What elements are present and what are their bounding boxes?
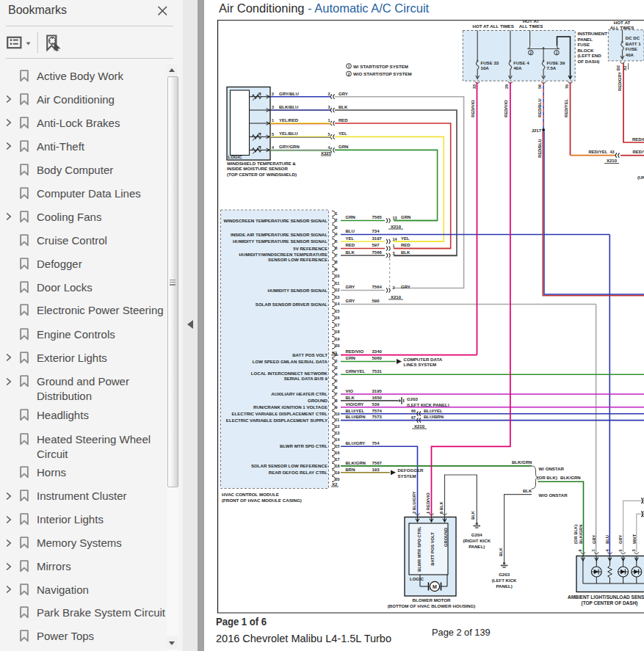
svg-text:HUMIDITY/WINDSCREEN TEMPERATUR: HUMIDITY/WINDSCREEN TEMPERATURE xyxy=(239,252,328,257)
svg-text:3195: 3195 xyxy=(372,389,383,393)
svg-text:LOGIC: LOGIC xyxy=(228,155,243,159)
svg-text:BLK: BLK xyxy=(346,250,355,255)
svg-text:BLK/GRN: BLK/GRN xyxy=(512,460,532,465)
svg-text:GRY/BLU: GRY/BLU xyxy=(279,92,299,96)
svg-text:14: 14 xyxy=(336,437,340,442)
svg-text:1: 1 xyxy=(556,51,558,55)
svg-text:BLU/GRY: BLU/GRY xyxy=(346,441,366,445)
svg-text:1: 1 xyxy=(328,118,330,123)
svg-text:16: 16 xyxy=(336,316,340,320)
svg-text:9: 9 xyxy=(336,267,338,272)
svg-text:WINDSHIELD TEMPERATURE &: WINDSHIELD TEMPERATURE & xyxy=(227,161,296,166)
svg-text:X210: X210 xyxy=(391,225,402,229)
svg-text:G203: G203 xyxy=(499,572,510,577)
svg-text:2 BLU/GRY: 2 BLU/GRY xyxy=(412,491,416,514)
svg-text:LINES SYSTEM: LINES SYSTEM xyxy=(404,362,437,367)
svg-text:2: 2 xyxy=(272,92,274,96)
svg-text:HUMIDITY TEMPERATURE SENSOR SI: HUMIDITY TEMPERATURE SENSOR SIGNAL xyxy=(233,239,328,244)
svg-text:33: 33 xyxy=(472,84,477,89)
svg-text:754: 754 xyxy=(372,441,380,445)
svg-text:3: 3 xyxy=(336,225,338,230)
svg-text:BLOWER MOTOR: BLOWER MOTOR xyxy=(412,597,451,603)
svg-text:13: 13 xyxy=(336,431,340,435)
svg-text:RED/BLU: RED/BLU xyxy=(538,139,542,158)
svg-text:W/ ONSTAR: W/ ONSTAR xyxy=(539,466,565,471)
svg-text:PANEL: PANEL xyxy=(578,37,593,42)
svg-text:1: 1 xyxy=(348,65,350,68)
svg-text:GRY: GRY xyxy=(401,285,410,289)
svg-text:X2: X2 xyxy=(332,482,338,487)
svg-text:FUSE: FUSE xyxy=(626,46,637,51)
svg-text:(LEFT END: (LEFT END xyxy=(578,53,602,58)
svg-text:2016 Chevrolet Malibu L4-1.5L: 2016 Chevrolet Malibu L4-1.5L Turbo xyxy=(216,633,391,644)
svg-text:BLK/GRN: BLK/GRN xyxy=(579,525,583,544)
svg-text:734: 734 xyxy=(372,229,380,233)
svg-text:4: 4 xyxy=(328,145,330,150)
svg-text:YEL/BLU: YEL/BLU xyxy=(279,131,298,136)
svg-text:GRY/GRN: GRY/GRN xyxy=(279,145,300,149)
svg-text:W/ START/STOP SYSTEM: W/ START/STOP SYSTEM xyxy=(353,64,408,69)
svg-text:FUSE 33: FUSE 33 xyxy=(481,60,499,65)
svg-text:RED/BLU: RED/BLU xyxy=(538,98,542,117)
svg-text:RED: RED xyxy=(339,118,348,123)
svg-text:Page 1 of 6: Page 1 of 6 xyxy=(216,616,267,628)
svg-text:4: 4 xyxy=(336,372,338,377)
svg-text:1: 1 xyxy=(393,244,395,248)
svg-text:INSIDE AIR TEMPERATURE SENSOR: INSIDE AIR TEMPERATURE SENSOR SIGNAL xyxy=(231,232,328,237)
svg-text:5: 5 xyxy=(272,132,274,137)
svg-text:RED/VIO: RED/VIO xyxy=(346,349,364,354)
svg-text:GRY: GRY xyxy=(339,92,348,96)
svg-text:7531: 7531 xyxy=(372,369,383,374)
svg-text:17: 17 xyxy=(336,323,340,327)
svg-text:3: 3 xyxy=(272,105,274,109)
svg-text:17: 17 xyxy=(336,457,340,462)
svg-text:X210: X210 xyxy=(414,424,425,429)
svg-text:ALL TIMES: ALL TIMES xyxy=(519,23,543,29)
svg-text:2: 2 xyxy=(336,218,338,222)
svg-text:1: 1 xyxy=(336,211,338,216)
svg-text:590: 590 xyxy=(372,299,380,303)
svg-text:9: 9 xyxy=(336,405,338,410)
svg-text:BLK: BLK xyxy=(471,510,475,520)
svg-text:SOLAR SENSOR LOW REFERENCE: SOLAR SENSOR LOW REFERENCE xyxy=(251,463,328,468)
svg-text:1 RED/VIO: 1 RED/VIO xyxy=(426,492,430,514)
svg-text:2: 2 xyxy=(328,92,330,96)
svg-text:10: 10 xyxy=(336,274,340,278)
svg-text:BLU: BLU xyxy=(346,229,355,233)
svg-text:WINDSCREEN TEMPERATURE SENSOR: WINDSCREEN TEMPERATURE SENSOR SIGNAL xyxy=(224,218,328,223)
svg-text:YEL: YEL xyxy=(346,236,355,241)
svg-text:19: 19 xyxy=(336,337,340,341)
svg-text:5: 5 xyxy=(328,132,330,137)
svg-text:67: 67 xyxy=(411,415,416,420)
svg-text:SENSOR LOW REFERENCE: SENSOR LOW REFERENCE xyxy=(268,257,328,262)
svg-text:RED/VIO: RED/VIO xyxy=(504,100,508,117)
svg-text:INSIDE MOISTURE SENSOR: INSIDE MOISTURE SENSOR xyxy=(227,166,288,171)
svg-text:BRN: BRN xyxy=(346,468,355,472)
svg-text:(RIGHT KICK: (RIGHT KICK xyxy=(463,538,491,543)
svg-text:GRY: GRY xyxy=(618,535,623,544)
svg-text:3: 3 xyxy=(336,365,338,370)
svg-text:56: 56 xyxy=(538,84,542,89)
svg-text:15: 15 xyxy=(336,309,340,313)
svg-text:BLU: BLU xyxy=(605,535,609,544)
svg-text:76: 76 xyxy=(565,84,569,89)
svg-text:BATT 1: BATT 1 xyxy=(626,41,641,46)
svg-text:20: 20 xyxy=(336,343,340,348)
svg-text:GRN: GRN xyxy=(339,145,348,149)
svg-text:7567: 7567 xyxy=(372,461,383,465)
svg-text:43: 43 xyxy=(610,150,615,154)
svg-text:HOT AT: HOT AT xyxy=(523,18,540,23)
svg-text:YEL: YEL xyxy=(339,131,347,136)
svg-text:6: 6 xyxy=(336,385,338,390)
svg-text:BLK: BLK xyxy=(499,547,503,556)
svg-text:OF DASH): OF DASH) xyxy=(578,59,600,64)
svg-text:REAR DEFOG RELAY CTRL: REAR DEFOG RELAY CTRL xyxy=(269,470,328,475)
svg-text:W/O ONSTAR: W/O ONSTAR xyxy=(539,492,568,498)
svg-text:7.5A: 7.5A xyxy=(546,65,556,70)
svg-text:BLK: BLK xyxy=(339,105,348,109)
svg-text:BLU/BRN: BLU/BRN xyxy=(424,415,444,419)
svg-text:BATT POS VOLT: BATT POS VOLT xyxy=(292,352,328,357)
svg-text:7: 7 xyxy=(336,392,338,396)
svg-text:GRY: GRY xyxy=(346,285,355,289)
svg-text:6: 6 xyxy=(336,246,338,250)
